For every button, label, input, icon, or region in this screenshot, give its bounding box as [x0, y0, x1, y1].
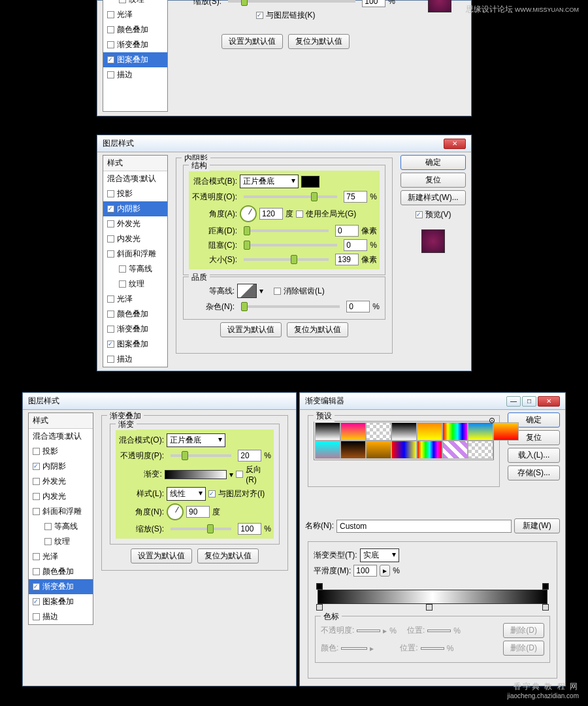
- opacity-slider[interactable]: [244, 195, 337, 198]
- scale-input[interactable]: 100: [238, 523, 261, 535]
- sidebar-item[interactable]: 斜面和浮雕: [103, 246, 167, 261]
- global-light-checkbox[interactable]: [296, 210, 303, 218]
- preset-swatch[interactable]: [366, 441, 391, 459]
- preset-swatch[interactable]: [340, 422, 366, 441]
- sidebar-item[interactable]: 描边: [103, 352, 167, 367]
- preview-checkbox[interactable]: [416, 211, 423, 218]
- angle-dial[interactable]: [167, 503, 184, 520]
- reset-default-button[interactable]: 复位为默认值: [197, 548, 259, 563]
- sidebar-item[interactable]: 渐变叠加: [29, 579, 93, 594]
- antialias-checkbox[interactable]: [274, 288, 281, 295]
- opacity-input[interactable]: 20: [238, 450, 261, 462]
- preset-swatch[interactable]: [340, 441, 366, 459]
- reset-default-button[interactable]: 复位为默认值: [288, 34, 350, 49]
- color-swatch[interactable]: [301, 176, 319, 188]
- close-button[interactable]: ✕: [444, 139, 466, 149]
- sidebar-item[interactable]: 内发光: [103, 231, 167, 246]
- preset-swatch[interactable]: [493, 422, 519, 441]
- sidebar-item[interactable]: 投影: [103, 186, 167, 201]
- sidebar-item[interactable]: 斜面和浮雕: [29, 504, 93, 519]
- chevron-down-icon[interactable]: ▾: [259, 286, 263, 295]
- sidebar-item[interactable]: 纹理: [29, 534, 93, 549]
- set-default-button[interactable]: 设置为默认值: [221, 34, 283, 49]
- scale-input[interactable]: 100: [362, 0, 385, 7]
- preset-swatch[interactable]: [391, 422, 417, 441]
- sidebar-item[interactable]: 颜色叠加: [29, 564, 93, 579]
- preset-swatch[interactable]: [391, 441, 417, 459]
- sidebar-item[interactable]: 渐变叠加: [103, 322, 167, 337]
- preset-swatch[interactable]: [442, 422, 468, 441]
- set-default-button[interactable]: 设置为默认值: [131, 548, 192, 563]
- preset-swatch[interactable]: [366, 422, 391, 441]
- color-stop[interactable]: [316, 604, 323, 611]
- align-checkbox[interactable]: [208, 490, 216, 497]
- choke-slider[interactable]: [244, 244, 337, 246]
- opacity-stop[interactable]: [316, 583, 323, 590]
- link-layer-checkbox[interactable]: [256, 12, 263, 19]
- gradient-picker[interactable]: [165, 470, 227, 479]
- opacity-stop[interactable]: [542, 583, 549, 590]
- style-select[interactable]: 线性▾: [167, 487, 206, 501]
- distance-input[interactable]: 0: [335, 225, 359, 237]
- noise-input[interactable]: 0: [346, 301, 370, 312]
- close-button[interactable]: ✕: [538, 396, 560, 407]
- new-style-button[interactable]: 新建样式(W)...: [400, 190, 466, 205]
- sidebar-item[interactable]: 纹理: [103, 0, 167, 7]
- reverse-checkbox[interactable]: [236, 471, 243, 478]
- preset-swatch[interactable]: [442, 441, 468, 459]
- scale-slider[interactable]: [171, 528, 231, 530]
- sidebar-item[interactable]: 颜色叠加: [103, 22, 167, 37]
- maximize-button[interactable]: □: [522, 396, 536, 407]
- noise-slider[interactable]: [241, 305, 340, 308]
- sidebar-item[interactable]: 内阴影: [103, 201, 167, 216]
- gradient-bar[interactable]: [318, 590, 547, 604]
- cancel-button[interactable]: 复位: [400, 173, 466, 188]
- sidebar-item[interactable]: 纹理: [103, 277, 167, 292]
- choke-input[interactable]: 0: [344, 239, 367, 251]
- sidebar-item[interactable]: 光泽: [103, 7, 167, 22]
- sidebar-item[interactable]: 光泽: [103, 292, 167, 307]
- sidebar-item[interactable]: 图案叠加: [29, 594, 93, 609]
- smoothness-input[interactable]: 100: [353, 565, 377, 577]
- flyout-icon[interactable]: ⊙: [489, 416, 495, 425]
- sidebar-item[interactable]: 图案叠加: [103, 337, 167, 352]
- preset-swatch[interactable]: [417, 422, 442, 441]
- sidebar-item[interactable]: 内发光: [29, 489, 93, 504]
- distance-slider[interactable]: [244, 229, 329, 232]
- preset-swatch[interactable]: [468, 422, 493, 441]
- size-input[interactable]: 139: [335, 254, 359, 265]
- save-button[interactable]: 存储(S)...: [508, 465, 560, 480]
- sidebar-item[interactable]: 光泽: [29, 549, 93, 564]
- name-input[interactable]: [336, 520, 512, 533]
- sidebar-blending[interactable]: 混合选项:默认: [103, 171, 167, 186]
- sidebar-item[interactable]: 等高线: [103, 261, 167, 277]
- preset-swatch[interactable]: [315, 441, 340, 459]
- ok-button[interactable]: 确定: [400, 155, 466, 170]
- sidebar-item[interactable]: 投影: [29, 444, 93, 459]
- color-stop[interactable]: [426, 604, 433, 611]
- reset-default-button[interactable]: 复位为默认值: [287, 322, 348, 337]
- sidebar-item[interactable]: 渐变叠加: [103, 37, 167, 52]
- chevron-down-icon[interactable]: ▾: [229, 470, 233, 479]
- blend-mode-select[interactable]: 正片叠底▾: [167, 433, 225, 447]
- sidebar-item[interactable]: 内阴影: [29, 459, 93, 474]
- opacity-input[interactable]: 75: [344, 191, 367, 203]
- sidebar-item[interactable]: 图案叠加: [103, 52, 167, 67]
- new-button[interactable]: 新建(W): [514, 518, 560, 533]
- minimize-button[interactable]: —: [506, 396, 521, 407]
- sidebar-item[interactable]: 描边: [103, 67, 167, 82]
- angle-input[interactable]: 90: [186, 506, 210, 518]
- scale-slider[interactable]: [228, 0, 355, 3]
- gradient-type-select[interactable]: 实底▾: [360, 548, 399, 562]
- preset-swatch[interactable]: [417, 441, 442, 459]
- color-stop[interactable]: [542, 604, 549, 611]
- sidebar-blending[interactable]: 混合选项:默认: [29, 429, 93, 444]
- load-button[interactable]: 载入(L)...: [508, 448, 560, 463]
- angle-dial[interactable]: [240, 205, 257, 222]
- sidebar-item[interactable]: 等高线: [29, 519, 93, 534]
- sidebar-item[interactable]: 外发光: [29, 474, 93, 489]
- blend-mode-select[interactable]: 正片叠底▾: [240, 175, 299, 188]
- size-slider[interactable]: [244, 258, 329, 261]
- sidebar-item[interactable]: 外发光: [103, 216, 167, 231]
- preset-swatch[interactable]: [468, 441, 493, 459]
